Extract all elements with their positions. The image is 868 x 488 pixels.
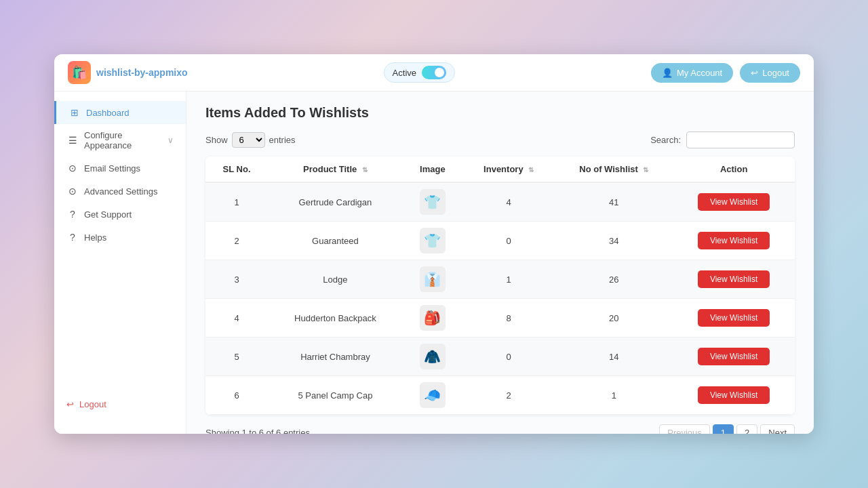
col-sl-no: SL No. [205, 157, 268, 182]
app-name: wishlist-by-appmixo [96, 67, 188, 78]
next-page-button[interactable]: Next [760, 424, 795, 434]
col-inventory: Inventory ⇅ [462, 157, 555, 182]
table-row: 1 Gertrude Cardigan 👕 4 41 View Wishlist [205, 182, 795, 222]
table-row: 5 Harriet Chambray 🧥 0 14 View Wishlist [205, 338, 795, 376]
cell-title: Guaranteed [268, 222, 403, 260]
cell-no-wishlist: 34 [555, 222, 673, 260]
sidebar-item-dashboard[interactable]: ⊞ Dashboard [54, 101, 186, 124]
cell-image: 👔 [403, 260, 462, 299]
search-input[interactable] [686, 131, 795, 148]
table-row: 3 Lodge 👔 1 26 View Wishlist [205, 260, 795, 299]
chevron-down-icon: ∨ [167, 136, 174, 145]
sidebar-nav: ⊞ Dashboard ☰ Configure Appearance ∨ ⊙ E… [54, 101, 186, 249]
sidebar-item-label: Email Settings [84, 163, 174, 174]
table-footer: Showing 1 to 6 of 6 entries Previous 1 2… [205, 424, 795, 434]
active-toggle[interactable]: Active [384, 62, 455, 83]
search-area: Search: [650, 131, 795, 148]
view-wishlist-button[interactable]: View Wishlist [698, 386, 770, 404]
prev-page-button[interactable]: Previous [659, 424, 710, 434]
sidebar-item-helps[interactable]: ? Helps [54, 226, 186, 249]
cell-title: Lodge [268, 260, 403, 299]
show-entries-select[interactable]: 6 10 25 50 [232, 132, 265, 148]
top-right-buttons: 👤 My Account ↩ Logout [651, 63, 800, 83]
product-image: 👕 [420, 228, 446, 253]
cell-inventory: 4 [462, 182, 555, 222]
sort-icon: ⇅ [362, 166, 368, 174]
cell-sl: 1 [205, 182, 268, 222]
cell-no-wishlist: 41 [555, 182, 673, 222]
col-action: Action [673, 157, 795, 182]
cell-image: 🧢 [403, 376, 462, 415]
cell-action: View Wishlist [673, 260, 795, 299]
table-header-row: SL No. Product Title ⇅ Image Inventory ⇅… [205, 157, 795, 182]
cell-title: Gertrude Cardigan [268, 182, 403, 222]
advanced-icon: ⊙ [66, 186, 79, 197]
cell-sl: 4 [205, 299, 268, 338]
cell-image: 🎒 [403, 299, 462, 338]
cell-inventory: 2 [462, 376, 555, 415]
top-bar: 🛍️ wishlist-by-appmixo Active 👤 My Accou… [54, 54, 814, 92]
table-row: 2 Guaranteed 👕 0 34 View Wishlist [205, 222, 795, 260]
my-account-button[interactable]: 👤 My Account [651, 63, 733, 83]
page-1-button[interactable]: 1 [713, 424, 734, 434]
view-wishlist-button[interactable]: View Wishlist [698, 270, 770, 288]
view-wishlist-button[interactable]: View Wishlist [698, 348, 770, 365]
logout-top-button[interactable]: ↩ Logout [740, 63, 800, 83]
cell-sl: 6 [205, 376, 268, 415]
cell-inventory: 0 [462, 222, 555, 260]
cell-sl: 2 [205, 222, 268, 260]
main-layout: ⊞ Dashboard ☰ Configure Appearance ∨ ⊙ E… [54, 92, 814, 434]
cell-sl: 3 [205, 260, 268, 299]
sidebar-item-advanced-settings[interactable]: ⊙ Advanced Settings [54, 180, 186, 203]
cell-action: View Wishlist [673, 376, 795, 415]
support-icon: ? [66, 209, 79, 220]
view-wishlist-button[interactable]: View Wishlist [698, 193, 770, 211]
dashboard-icon: ⊞ [68, 107, 81, 118]
configure-icon: ☰ [66, 135, 79, 146]
showing-entries: Showing 1 to 6 of 6 entries [205, 428, 310, 434]
sidebar-item-label: Configure Appearance [84, 130, 162, 150]
logo-area: 🛍️ wishlist-by-appmixo [68, 61, 188, 84]
product-image: 🧥 [420, 344, 446, 369]
sidebar-item-label: Advanced Settings [84, 186, 174, 197]
cell-image: 👕 [403, 182, 462, 222]
pagination: Previous 1 2 Next [659, 424, 795, 434]
table-row: 6 5 Panel Camp Cap 🧢 2 1 View Wishlist [205, 376, 795, 415]
cell-action: View Wishlist [673, 299, 795, 338]
sidebar-item-label: Get Support [84, 209, 174, 220]
show-entries: Show 6 10 25 50 entries [205, 132, 296, 148]
sidebar-item-label: Dashboard [86, 108, 174, 118]
email-icon: ⊙ [66, 163, 79, 174]
sort-icon: ⇅ [643, 166, 648, 174]
col-no-of-wishlist: No of Wishlist ⇅ [555, 157, 673, 182]
product-image: 🎒 [420, 305, 446, 331]
page-title: Items Added To Wishlists [205, 105, 795, 121]
help-icon: ? [66, 232, 79, 243]
col-product-title: Product Title ⇅ [268, 157, 403, 182]
sidebar-item-label: Helps [84, 232, 174, 243]
logout-side-button[interactable]: ↩ Logout [66, 394, 174, 415]
cell-image: 👕 [403, 222, 462, 260]
cell-inventory: 8 [462, 299, 555, 338]
cell-inventory: 1 [462, 260, 555, 299]
view-wishlist-button[interactable]: View Wishlist [698, 309, 770, 327]
active-label: Active [393, 68, 416, 78]
data-table: SL No. Product Title ⇅ Image Inventory ⇅… [205, 157, 795, 415]
product-image: 👕 [420, 189, 446, 215]
col-image: Image [403, 157, 462, 182]
sidebar-item-get-support[interactable]: ? Get Support [54, 203, 186, 226]
show-label: Show [205, 135, 228, 145]
view-wishlist-button[interactable]: View Wishlist [698, 232, 770, 249]
cell-title: Hudderton Backpack [268, 299, 403, 338]
sidebar-bottom: ↩ Logout [54, 394, 186, 424]
sidebar-item-email-settings[interactable]: ⊙ Email Settings [54, 157, 186, 180]
toggle-switch[interactable] [422, 66, 446, 79]
table-row: 4 Hudderton Backpack 🎒 8 20 View Wishlis… [205, 299, 795, 338]
table-controls: Show 6 10 25 50 entries Search: [205, 131, 795, 148]
cell-sl: 5 [205, 338, 268, 376]
product-image: 👔 [420, 266, 446, 292]
sidebar-item-configure-appearance[interactable]: ☰ Configure Appearance ∨ [54, 124, 186, 157]
cell-no-wishlist: 20 [555, 299, 673, 338]
page-2-button[interactable]: 2 [736, 424, 757, 434]
cell-title: Harriet Chambray [268, 338, 403, 376]
